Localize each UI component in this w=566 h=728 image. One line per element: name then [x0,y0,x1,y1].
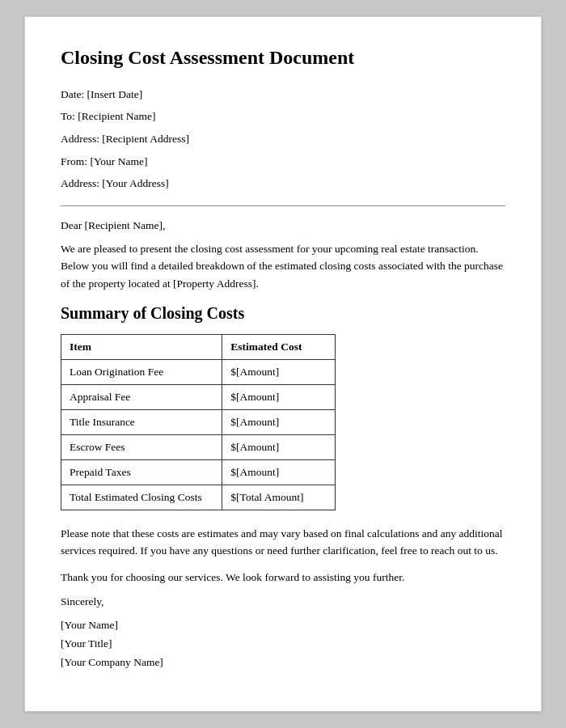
table-cell-cost: $[Amount] [222,434,336,459]
table-row: Appraisal Fee$[Amount] [61,384,336,409]
table-cell-item: Appraisal Fee [61,384,222,409]
table-cell-cost: $[Amount] [222,359,336,384]
table-cell-item: Title Insurance [61,409,222,434]
closing-costs-table: Item Estimated Cost Loan Origination Fee… [61,334,336,510]
col-cost-header: Estimated Cost [222,334,336,359]
signature-block: [Your Name] [Your Title] [Your Company N… [61,616,505,672]
thank-you-line: Thank you for choosing our services. We … [61,571,505,584]
table-row: Prepaid Taxes$[Amount] [61,459,336,485]
document-container: Closing Cost Assessment Document Date: [… [24,16,542,712]
table-cell-cost: $[Amount] [222,409,336,434]
signature-title: [Your Title] [61,635,505,654]
sincerely-text: Sincerely, [61,595,505,608]
salutation-text: Dear [Recipient Name], [61,219,505,232]
col-item-header: Item [61,334,222,359]
table-cell-item: Escrow Fees [61,434,222,459]
date-field: Date: [Insert Date] [61,86,505,104]
table-cell-item: Prepaid Taxes [61,459,222,485]
table-row: Loan Origination Fee$[Amount] [61,359,336,384]
table-cell-cost: $[Amount] [222,459,336,485]
section-divider [61,205,505,206]
signature-name: [Your Name] [61,616,505,635]
to-address-field: Address: [Recipient Address] [61,130,505,148]
intro-paragraph: We are pleased to present the closing co… [61,240,505,293]
table-cell-item: Loan Origination Fee [61,359,222,384]
table-row: Title Insurance$[Amount] [61,409,336,434]
from-address-field: Address: [Your Address] [61,175,505,193]
document-title: Closing Cost Assessment Document [61,46,505,70]
from-field: From: [Your Name] [61,153,505,171]
table-row: Escrow Fees$[Amount] [61,434,336,459]
table-cell-cost: $[Total Amount] [222,485,336,510]
signature-company: [Your Company Name] [61,654,505,672]
table-cell-cost: $[Amount] [222,384,336,409]
notice-paragraph: Please note that these costs are estimat… [61,525,505,560]
table-cell-item: Total Estimated Closing Costs [61,485,222,510]
to-field: To: [Recipient Name] [61,108,505,125]
summary-heading: Summary of Closing Costs [61,304,505,323]
table-row: Total Estimated Closing Costs$[Total Amo… [61,485,336,510]
table-header-row: Item Estimated Cost [61,334,336,359]
